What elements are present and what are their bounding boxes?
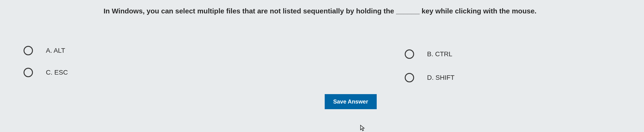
option-b[interactable]: B. CTRL: [405, 50, 452, 59]
radio-a[interactable]: [24, 46, 33, 55]
option-c[interactable]: C. ESC: [24, 68, 68, 77]
radio-b[interactable]: [405, 50, 414, 59]
option-a-label: A. ALT: [46, 47, 65, 54]
cursor-icon: [360, 125, 365, 132]
option-d-label: D. SHIFT: [427, 74, 454, 82]
radio-c[interactable]: [24, 68, 33, 77]
option-b-label: B. CTRL: [427, 50, 452, 58]
question-text: In Windows, you can select multiple file…: [104, 7, 536, 15]
option-a[interactable]: A. ALT: [24, 46, 65, 55]
radio-d[interactable]: [405, 73, 414, 82]
option-c-label: C. ESC: [46, 69, 68, 76]
option-d[interactable]: D. SHIFT: [405, 73, 454, 82]
save-answer-button[interactable]: Save Answer: [325, 94, 377, 109]
